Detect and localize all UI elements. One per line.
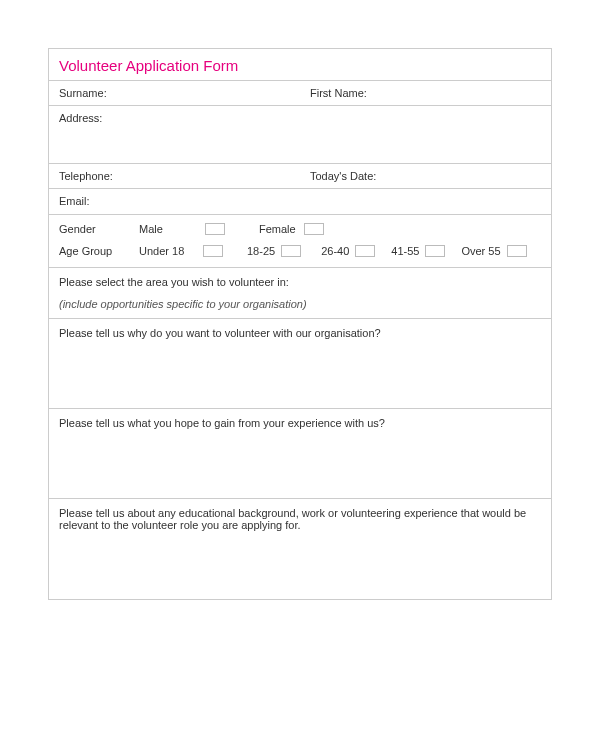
age-under18-checkbox[interactable] <box>203 245 223 257</box>
background-prompt: Please tell us about any educational bac… <box>59 507 526 531</box>
gender-line: Gender Male Female <box>59 223 541 235</box>
background-section[interactable]: Please tell us about any educational bac… <box>49 499 551 599</box>
gender-male-checkbox[interactable] <box>205 223 225 235</box>
area-select-section: Please select the area you wish to volun… <box>49 268 551 319</box>
agegroup-line: Age Group Under 18 18-25 26-40 41-55 <box>59 245 541 257</box>
gain-prompt: Please tell us what you hope to gain fro… <box>59 417 385 429</box>
name-row: Surname: First Name: <box>49 81 551 106</box>
area-select-prompt: Please select the area you wish to volun… <box>59 276 541 288</box>
telephone-label: Telephone: <box>59 170 113 182</box>
gender-label: Gender <box>59 223 139 235</box>
email-field[interactable]: Email: <box>49 189 551 214</box>
address-row: Address: <box>49 106 551 164</box>
surname-label: Surname: <box>59 87 107 99</box>
age-41-55-text: 41-55 <box>391 245 419 257</box>
email-label: Email: <box>59 195 90 207</box>
age-over55-option: Over 55 <box>461 245 526 257</box>
age-41-55-option: 41-55 <box>391 245 445 257</box>
date-field[interactable]: Today's Date: <box>300 164 551 188</box>
gender-female-checkbox[interactable] <box>304 223 324 235</box>
phone-date-row: Telephone: Today's Date: <box>49 164 551 189</box>
gender-male-option: Male <box>139 223 225 235</box>
age-26-40-option: 26-40 <box>321 245 375 257</box>
why-section[interactable]: Please tell us why do you want to volunt… <box>49 319 551 409</box>
address-field[interactable]: Address: <box>49 106 551 163</box>
options-section: Gender Male Female Age Group Under 18 18… <box>49 215 551 268</box>
firstname-label: First Name: <box>310 87 367 99</box>
age-under18-option: Under 18 <box>139 245 223 257</box>
why-prompt: Please tell us why do you want to volunt… <box>59 327 381 339</box>
area-select-note: (include opportunities specific to your … <box>59 298 541 310</box>
age-41-55-checkbox[interactable] <box>425 245 445 257</box>
agegroup-label: Age Group <box>59 245 139 257</box>
gender-female-text: Female <box>259 223 296 235</box>
form-title: Volunteer Application Form <box>49 49 551 81</box>
age-26-40-text: 26-40 <box>321 245 349 257</box>
age-26-40-checkbox[interactable] <box>355 245 375 257</box>
gain-section[interactable]: Please tell us what you hope to gain fro… <box>49 409 551 499</box>
gender-male-text: Male <box>139 223 197 235</box>
email-row: Email: <box>49 189 551 215</box>
gender-female-option: Female <box>259 223 324 235</box>
surname-field[interactable]: Surname: <box>49 81 300 105</box>
age-18-25-checkbox[interactable] <box>281 245 301 257</box>
date-label: Today's Date: <box>310 170 376 182</box>
age-18-25-option: 18-25 <box>247 245 301 257</box>
telephone-field[interactable]: Telephone: <box>49 164 300 188</box>
age-over55-text: Over 55 <box>461 245 500 257</box>
age-18-25-text: 18-25 <box>247 245 275 257</box>
age-under18-text: Under 18 <box>139 245 197 257</box>
firstname-field[interactable]: First Name: <box>300 81 551 105</box>
address-label: Address: <box>59 112 102 124</box>
volunteer-form: Volunteer Application Form Surname: Firs… <box>48 48 552 600</box>
age-over55-checkbox[interactable] <box>507 245 527 257</box>
